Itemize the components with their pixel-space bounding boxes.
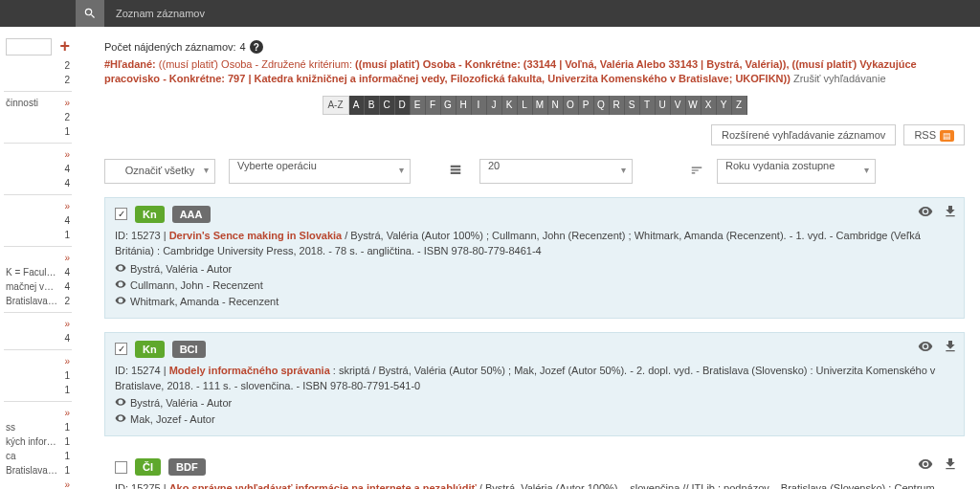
sidebar-item[interactable]: Bratislava; 011: [4, 463, 72, 478]
record-title[interactable]: Dervin's Sence making in Slovakia: [169, 230, 343, 241]
sidebar-item[interactable]: kých informácií ...1: [4, 434, 72, 449]
sidebar-item-count: 4: [64, 164, 70, 174]
sidebar-item-label: kých informácií ...: [6, 436, 57, 447]
alpha-cell[interactable]: A: [349, 96, 365, 115]
sidebar-item-label: Bratislava : UK ...: [6, 296, 57, 306]
download-icon[interactable]: [943, 339, 958, 356]
view-icon[interactable]: [918, 456, 933, 474]
alpha-cell[interactable]: P: [579, 96, 594, 115]
record-title[interactable]: Modely informačného správania: [169, 365, 330, 376]
record-checkbox[interactable]: [115, 461, 127, 474]
alpha-cell[interactable]: H: [457, 96, 472, 115]
sort-icon[interactable]: [690, 164, 703, 179]
sidebar-item[interactable]: 4: [4, 176, 72, 190]
eye-icon: [115, 278, 126, 292]
record-checkbox[interactable]: [115, 343, 127, 355]
alpha-cell[interactable]: W: [686, 96, 702, 115]
sidebar-item[interactable]: 1: [4, 124, 72, 139]
alpha-cell[interactable]: C: [380, 96, 395, 115]
add-filter-icon[interactable]: +: [59, 36, 70, 56]
help-icon[interactable]: ?: [250, 40, 263, 54]
chevron-down-icon[interactable]: »: [64, 253, 70, 263]
alpha-cell[interactable]: I: [472, 96, 487, 115]
author-line[interactable]: Cullmann, John - Recenzent: [115, 278, 954, 292]
sidebar-item-count: 2: [64, 75, 70, 85]
search-icon[interactable]: [76, 0, 104, 27]
alpha-cell[interactable]: J: [487, 96, 502, 115]
sidebar-item[interactable]: ca1: [4, 449, 72, 463]
breadcrumb-link[interactable]: Zoznam záznamov: [116, 8, 205, 19]
alpha-cell[interactable]: O: [564, 96, 579, 115]
view-icon[interactable]: [918, 339, 933, 356]
sidebar-item-count: 2: [64, 60, 70, 71]
sidebar-item-label: ss: [6, 422, 15, 433]
author-line[interactable]: Bystrá, Valéria - Autor: [115, 396, 954, 410]
chevron-down-icon[interactable]: »: [64, 149, 70, 160]
alpha-cell[interactable]: M: [533, 96, 548, 115]
alpha-cell[interactable]: Y: [717, 96, 732, 115]
alpha-cell[interactable]: Q: [594, 96, 610, 115]
chevron-down-icon[interactable]: »: [64, 479, 70, 489]
alpha-cell[interactable]: N: [548, 96, 564, 115]
sidebar-item[interactable]: mačnej vedy; U...4: [4, 279, 72, 294]
sidebar-item-label: K = Faculty of A...: [6, 267, 57, 278]
author-line[interactable]: Whitmark, Amanda - Recenzent: [115, 295, 954, 308]
sidebar-item[interactable]: 4: [4, 213, 72, 228]
chevron-down-icon[interactable]: »: [64, 201, 70, 211]
alpha-cell[interactable]: A-Z: [323, 96, 349, 115]
alpha-cell[interactable]: G: [441, 96, 457, 115]
sidebar-item[interactable]: 1: [4, 368, 72, 383]
page-size-select[interactable]: 20: [479, 159, 633, 184]
record-checkbox[interactable]: [115, 208, 127, 220]
alpha-cell[interactable]: D: [395, 96, 411, 115]
sidebar-item[interactable]: 2: [4, 110, 72, 124]
author-line[interactable]: Mak, Jozef - Autor: [115, 412, 954, 426]
sidebar-item[interactable]: ss1: [4, 420, 72, 434]
sidebar-item-count: 1: [64, 451, 70, 461]
sidebar-item[interactable]: 2: [4, 73, 72, 87]
sidebar-item[interactable]: 1: [4, 228, 72, 242]
record-title[interactable]: Ako správne vyhľadávať informácie na int…: [169, 482, 477, 489]
alpha-filter: A-ZABCDEFGHIJKLMNOPQRSTUVWXYZ: [323, 96, 747, 115]
record: Čl BDF ID: 15275 | Ako správne vyhľadáva…: [104, 450, 965, 489]
mark-all-button[interactable]: Označiť všetky: [104, 159, 215, 184]
alpha-cell[interactable]: E: [411, 96, 426, 115]
filter-input[interactable]: [6, 38, 52, 56]
chevron-down-icon[interactable]: »: [64, 356, 70, 367]
chevron-down-icon[interactable]: »: [64, 319, 70, 329]
rss-button[interactable]: RSS▤: [903, 124, 965, 145]
chevron-down-icon[interactable]: »: [64, 408, 70, 418]
columns-icon[interactable]: [449, 164, 462, 179]
record-body: ID: 15275 | Ako správne vyhľadávať infor…: [115, 481, 954, 489]
download-icon[interactable]: [943, 456, 958, 474]
alpha-cell[interactable]: S: [625, 96, 640, 115]
sidebar-item[interactable]: K = Faculty of A...4: [4, 265, 72, 279]
sidebar-item-count: 1: [64, 385, 70, 395]
alpha-cell[interactable]: F: [426, 96, 441, 115]
sidebar-item-count: 4: [64, 178, 70, 189]
alpha-cell[interactable]: X: [702, 96, 717, 115]
download-icon[interactable]: [943, 204, 958, 221]
eye-icon: [115, 412, 126, 426]
cancel-search-link[interactable]: Zrušiť vyhľadávanie: [793, 73, 886, 84]
author-line[interactable]: Bystrá, Valéria - Autor: [115, 262, 954, 276]
alpha-cell[interactable]: Z: [732, 96, 747, 115]
alpha-cell[interactable]: V: [671, 96, 686, 115]
extended-search-button[interactable]: Rozšírené vyhľadávanie záznamov: [711, 124, 896, 145]
sidebar-item[interactable]: 4: [4, 331, 72, 345]
sidebar-item[interactable]: Bratislava : UK ...2: [4, 294, 72, 308]
sidebar-item[interactable]: 1: [4, 383, 72, 397]
alpha-cell[interactable]: B: [365, 96, 380, 115]
sidebar-item-label: mačnej vedy; U...: [6, 281, 57, 292]
sidebar-item[interactable]: 4: [4, 162, 72, 176]
alpha-cell[interactable]: U: [656, 96, 671, 115]
view-icon[interactable]: [918, 204, 933, 221]
alpha-cell[interactable]: R: [610, 96, 625, 115]
alpha-cell[interactable]: L: [518, 96, 533, 115]
chevron-down-icon[interactable]: »: [64, 98, 70, 108]
operation-select[interactable]: Vyberte operáciu: [229, 159, 411, 184]
sidebar-item[interactable]: 2: [4, 58, 72, 73]
alpha-cell[interactable]: T: [640, 96, 656, 115]
alpha-cell[interactable]: K: [502, 96, 518, 115]
sort-select[interactable]: Roku vydania zostupne: [717, 159, 876, 184]
